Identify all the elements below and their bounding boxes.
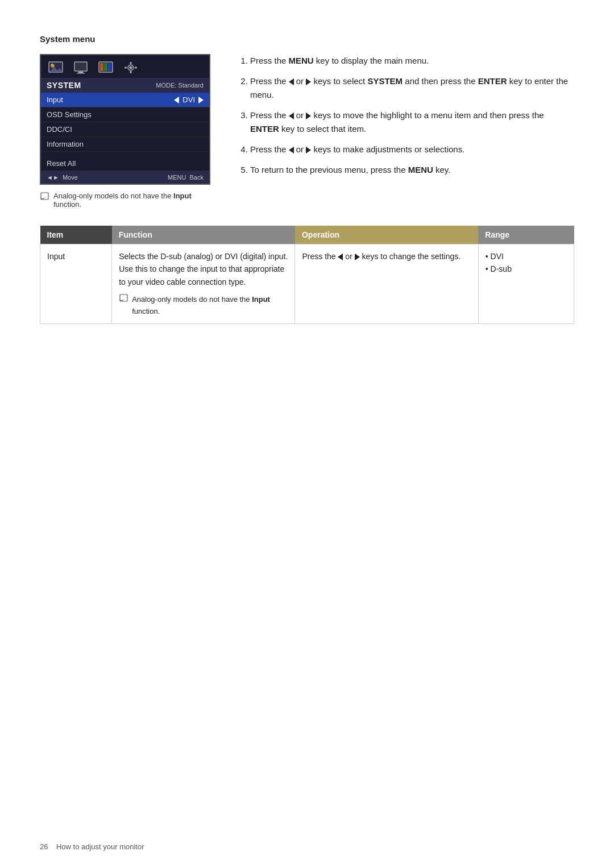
footer-text: How to adjust your monitor <box>56 842 144 851</box>
osd-separator <box>41 152 209 156</box>
osd-footer: ◄► Move MENU Back <box>41 171 209 184</box>
osd-note: Analog-only models do not have the Input… <box>40 192 210 209</box>
left-arrow-icon-3 <box>289 113 294 119</box>
svg-rect-12 <box>108 63 111 71</box>
osd-row-ddc: DDC/CI <box>41 122 209 137</box>
instructions-list: Press the MENU key to display the main m… <box>239 54 574 177</box>
svg-point-3 <box>51 64 54 67</box>
osd-footer-back: MENU Back <box>168 174 204 181</box>
cell-function: Selects the D-sub (analog) or DVI (digit… <box>112 244 295 324</box>
svg-rect-6 <box>78 72 83 73</box>
svg-rect-15 <box>130 62 132 64</box>
svg-rect-8 <box>76 63 86 70</box>
col-operation: Operation <box>295 226 478 244</box>
col-item: Item <box>40 226 112 244</box>
instruction-4: Press the or keys to make adjustments or… <box>250 143 574 156</box>
page-footer: 26 How to adjust your monitor <box>40 842 144 851</box>
svg-rect-11 <box>104 63 107 71</box>
menu-key-2: MENU <box>408 165 433 175</box>
osd-container: SYSTEM MODE: Standard Input DVI OSD Sett… <box>40 54 216 209</box>
page-number: 26 <box>40 842 48 851</box>
left-arrow-icon-2 <box>289 78 294 85</box>
osd-footer-move: ◄► Move <box>47 174 78 181</box>
osd-menu: SYSTEM MODE: Standard Input DVI OSD Sett… <box>40 54 210 185</box>
left-arrow-icon-4 <box>289 147 294 153</box>
osd-row-value: DVI <box>174 95 204 104</box>
osd-icons-row <box>41 55 209 78</box>
enter-key-1: ENTER <box>478 76 507 86</box>
color-icon <box>97 60 115 76</box>
col-range: Range <box>478 226 574 244</box>
left-arrow-icon <box>174 97 179 103</box>
top-section: SYSTEM MODE: Standard Input DVI OSD Sett… <box>40 54 574 209</box>
instruction-2: Press the or keys to select SYSTEM and t… <box>250 74 574 102</box>
osd-row-reset: Reset All <box>41 156 209 171</box>
left-arrow-icon-table <box>338 254 343 260</box>
note-icon <box>40 192 50 203</box>
instruction-3: Press the or keys to move the highlight … <box>250 109 574 136</box>
svg-point-14 <box>130 67 132 69</box>
section-title: System menu <box>40 34 574 44</box>
picture-icon <box>47 60 65 76</box>
svg-rect-18 <box>135 67 137 69</box>
svg-rect-7 <box>77 73 85 74</box>
settings-icon <box>122 60 140 76</box>
right-arrow-icon <box>198 97 204 103</box>
osd-row-label: Input <box>47 95 63 104</box>
right-arrow-icon-2 <box>306 78 311 85</box>
osd-row-osd-settings: OSD Settings <box>41 107 209 122</box>
instruction-5: To return to the previous menu, press th… <box>250 163 574 177</box>
osd-header: SYSTEM MODE: Standard <box>41 78 209 93</box>
osd-note-text: Analog-only models do not have the Input… <box>53 192 210 209</box>
instructions: Press the MENU key to display the main m… <box>239 54 574 209</box>
table-note-text: Analog-only models do not have the Input… <box>132 294 288 318</box>
cell-item: Input <box>40 244 112 324</box>
right-arrow-icon-3 <box>306 113 311 119</box>
table-note: Analog-only models do not have the Input… <box>119 294 288 318</box>
function-table: Item Function Operation Range Input Sele… <box>40 226 574 324</box>
col-function: Function <box>112 226 295 244</box>
monitor-icon <box>72 60 90 76</box>
right-arrow-icon-4 <box>306 147 311 153</box>
table-note-icon <box>119 294 129 307</box>
table-header-row: Item Function Operation Range <box>40 226 574 244</box>
svg-rect-10 <box>100 63 103 71</box>
system-key: SYSTEM <box>367 76 403 86</box>
table-row: Input Selects the D-sub (analog) or DVI … <box>40 244 574 324</box>
osd-title: SYSTEM <box>47 81 81 90</box>
menu-key-1: MENU <box>289 56 314 65</box>
cell-range: • DVI• D-sub <box>478 244 574 324</box>
osd-row-information: Information <box>41 137 209 152</box>
osd-mode: MODE: Standard <box>156 82 204 89</box>
enter-key-2: ENTER <box>250 124 279 134</box>
instruction-1: Press the MENU key to display the main m… <box>250 54 574 68</box>
right-arrow-icon-table <box>355 254 360 260</box>
svg-rect-16 <box>130 71 132 73</box>
osd-input-value: DVI <box>182 95 195 104</box>
osd-row-input: Input DVI <box>41 93 209 107</box>
svg-rect-17 <box>125 67 127 69</box>
cell-operation: Press the or keys to change the settings… <box>295 244 478 324</box>
